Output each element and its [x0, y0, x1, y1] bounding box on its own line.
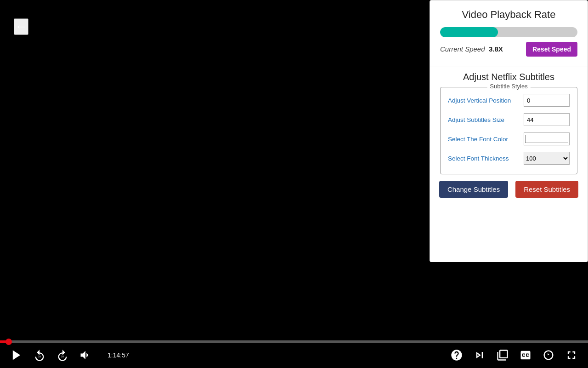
- progress-bar[interactable]: [0, 340, 588, 343]
- font-thickness-row: Select Font Thickness 100 200 300 400 50…: [448, 152, 570, 165]
- forward-button[interactable]: 10: [55, 348, 70, 362]
- svg-text:10: 10: [38, 355, 41, 358]
- speed-info: Current Speed 3.8X: [440, 45, 503, 53]
- speed-slider-container[interactable]: [440, 27, 577, 37]
- volume-button[interactable]: [78, 348, 93, 362]
- next-icon: [473, 349, 486, 362]
- font-color-row: Select The Font Color: [448, 132, 570, 145]
- forward-icon: 10: [56, 349, 69, 362]
- speed-row: Current Speed 3.8X Reset Speed: [440, 42, 577, 57]
- audio-icon: [542, 349, 555, 362]
- help-button[interactable]: [449, 348, 464, 362]
- volume-icon: [79, 349, 92, 362]
- time-display: 1:14:57: [107, 351, 129, 359]
- fullscreen-button[interactable]: [564, 348, 579, 362]
- vertical-position-input[interactable]: [524, 94, 570, 107]
- help-icon: [450, 349, 463, 362]
- font-color-input[interactable]: [524, 132, 570, 145]
- reset-subtitles-button[interactable]: Reset Subtitles: [515, 181, 578, 198]
- playback-section: Video Playback Rate Current Speed 3.8X R…: [430, 0, 588, 62]
- rewind-icon: 10: [33, 349, 46, 362]
- subtitles-size-input[interactable]: [524, 113, 570, 126]
- episodes-button[interactable]: [495, 348, 510, 362]
- next-episode-button[interactable]: [472, 348, 487, 362]
- font-color-label: Select The Font Color: [448, 136, 508, 143]
- cc-icon: [519, 349, 532, 362]
- play-icon: [10, 349, 23, 362]
- subtitle-styles-legend: Subtitle Styles: [487, 83, 530, 90]
- episodes-icon: [496, 349, 509, 362]
- font-thickness-select[interactable]: 100 200 300 400 500 600 700 800 900: [524, 152, 570, 165]
- subtitle-section: Adjust Netflix Subtitles Subtitle Styles…: [430, 72, 588, 198]
- playback-title: Video Playback Rate: [440, 9, 577, 21]
- subtitles-size-label: Adjust Subtitles Size: [448, 116, 504, 123]
- svg-marker-0: [13, 351, 20, 360]
- speed-value: 3.8X: [489, 45, 503, 53]
- progress-knob[interactable]: [6, 339, 12, 345]
- reset-speed-button[interactable]: Reset Speed: [526, 42, 577, 57]
- svg-text:10: 10: [61, 355, 64, 358]
- controls-right: [449, 348, 579, 362]
- play-button[interactable]: [9, 348, 24, 362]
- section-divider: [430, 67, 588, 67]
- subtitle-buttons-row: Change Subtitles Reset Subtitles: [430, 181, 588, 198]
- subtitle-styles-box: Subtitle Styles Adjust Vertical Position…: [440, 87, 577, 174]
- vertical-position-row: Adjust Vertical Position: [448, 94, 570, 107]
- settings-panel: Video Playback Rate Current Speed 3.8X R…: [430, 0, 588, 262]
- back-button[interactable]: ←: [14, 18, 28, 35]
- audio-button[interactable]: [541, 348, 556, 362]
- subtitles-button[interactable]: [518, 348, 533, 362]
- rewind-button[interactable]: 10: [32, 348, 47, 362]
- subtitle-title: Adjust Netflix Subtitles: [430, 72, 588, 82]
- font-thickness-label: Select Font Thickness: [448, 155, 509, 162]
- controls-bar: 10 10 1:14:57: [0, 340, 588, 368]
- speed-slider-track[interactable]: [440, 27, 577, 37]
- speed-slider-fill: [440, 27, 498, 37]
- controls-left: 10 10 1:14:57: [9, 348, 129, 362]
- vertical-position-label: Adjust Vertical Position: [448, 97, 511, 104]
- speed-label: Current Speed: [440, 45, 485, 53]
- controls-inner: 10 10 1:14:57: [0, 343, 588, 368]
- fullscreen-icon: [565, 349, 578, 362]
- change-subtitles-button[interactable]: Change Subtitles: [439, 181, 508, 198]
- subtitles-size-row: Adjust Subtitles Size: [448, 113, 570, 126]
